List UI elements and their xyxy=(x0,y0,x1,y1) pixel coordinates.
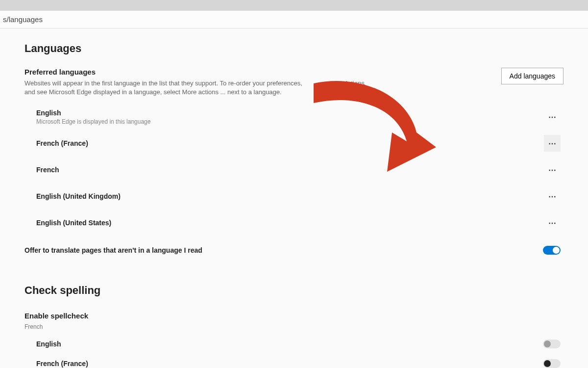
more-actions-button[interactable]: ⋯ xyxy=(544,161,561,178)
language-row: English (United States)⋯ xyxy=(24,210,564,236)
translate-option-row: Offer to translate pages that aren't in … xyxy=(24,239,564,260)
spellcheck-toggle[interactable] xyxy=(543,340,561,348)
spellcheck-list: EnglishFrench (France)French xyxy=(24,334,564,368)
spellcheck-toggle[interactable] xyxy=(543,359,561,368)
language-row: French (France)⋯ xyxy=(24,130,564,157)
translate-toggle[interactable] xyxy=(543,246,561,255)
language-label: French (France) xyxy=(36,139,88,147)
language-sublabel: Microsoft Edge is displayed in this lang… xyxy=(36,118,150,125)
window-chrome-top xyxy=(0,0,588,11)
translate-option-label: Offer to translate pages that aren't in … xyxy=(24,246,202,254)
language-label: English (United Kingdom) xyxy=(36,192,121,200)
more-actions-button[interactable]: ⋯ xyxy=(544,214,561,231)
languages-heading: Languages xyxy=(24,42,564,55)
language-row: EnglishMicrosoft Edge is displayed in th… xyxy=(24,104,564,130)
language-row: English (United Kingdom)⋯ xyxy=(24,183,564,210)
spellcheck-label: English xyxy=(36,340,61,348)
language-list: EnglishMicrosoft Edge is displayed in th… xyxy=(24,104,564,236)
enable-spellcheck-title: Enable spellcheck xyxy=(24,312,564,320)
check-spelling-heading: Check spelling xyxy=(24,284,564,297)
more-actions-button[interactable]: ⋯ xyxy=(544,135,561,152)
language-row: French⋯ xyxy=(24,157,564,183)
address-bar[interactable]: s/languages xyxy=(0,11,588,28)
preferred-languages-title: Preferred languages xyxy=(24,68,368,76)
address-bar-text: s/languages xyxy=(3,15,43,24)
language-label: English xyxy=(36,109,150,117)
preferred-languages-header: Preferred languages Websites will appear… xyxy=(24,68,564,97)
enable-spellcheck-sub: French xyxy=(24,323,368,331)
settings-content: Languages Preferred languages Websites w… xyxy=(0,28,588,368)
spellcheck-label: French (France) xyxy=(36,360,88,368)
add-languages-button[interactable]: Add languages xyxy=(501,68,564,84)
language-label: French xyxy=(36,166,59,174)
preferred-languages-desc: Websites will appear in the first langua… xyxy=(24,79,368,97)
more-actions-button[interactable]: ⋯ xyxy=(544,108,561,125)
spellcheck-row: English xyxy=(24,334,564,354)
spellcheck-row: French (France) xyxy=(24,354,564,368)
language-label: English (United States) xyxy=(36,219,111,227)
more-actions-button[interactable]: ⋯ xyxy=(544,188,561,205)
